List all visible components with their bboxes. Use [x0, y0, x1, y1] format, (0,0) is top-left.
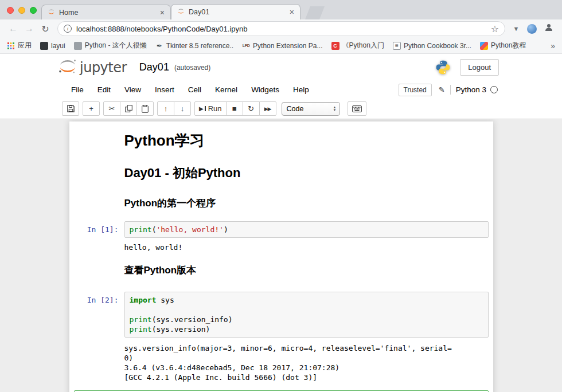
bookmark-item[interactable]: Python - 这个人很懒 — [74, 41, 147, 50]
interrupt-kernel-button[interactable]: ■ — [226, 101, 243, 116]
menubar-right: Trusted ✎ Python 3 — [399, 84, 498, 96]
output-area: sys.version_info(major=3, minor=6, micro… — [74, 338, 489, 385]
cut-cell-button[interactable]: ✂ — [103, 101, 120, 116]
c-red-icon: C — [331, 42, 339, 50]
jupyter-logo-icon — [57, 58, 78, 76]
profile-icon[interactable] — [541, 23, 556, 34]
edit-mode-pencil-icon: ✎ — [439, 85, 445, 94]
bookmark-label: Python Cookbook 3r... — [404, 42, 471, 50]
url-bar[interactable]: i localhost:8888/notebooks/PythonCode/Da… — [57, 21, 505, 36]
refresh-icon[interactable]: ↻ — [38, 23, 53, 34]
bookmark-item[interactable]: ✒Tkinter 8.5 reference.. — [155, 42, 233, 50]
bookmark-item[interactable]: Python教程 — [480, 41, 526, 50]
tab-home[interactable]: Home × — [41, 5, 171, 19]
jupyter-favicon-icon — [48, 8, 55, 17]
run-bar-icon — [205, 106, 206, 111]
blog-icon — [74, 42, 82, 50]
jupyter-favicon-icon — [177, 7, 185, 17]
jupyter-menubar: FileEditViewInsertCellKernelWidgetsHelp … — [0, 81, 562, 99]
code-cell-1[interactable]: In [1]: print('hello, world!') — [74, 221, 489, 238]
code-input[interactable]: print('hello, world!') — [124, 221, 489, 238]
restart-kernel-button[interactable]: ↻ — [243, 101, 260, 116]
markdown-cell[interactable]: 查看Python版本 — [74, 254, 489, 284]
cell-type-value: Code — [287, 105, 304, 113]
jupyter-logo-text: jupyter — [80, 60, 127, 76]
python-logo-icon — [435, 60, 451, 75]
tutorial-icon — [480, 42, 488, 50]
run-play-icon: ▶ — [199, 105, 204, 112]
notebook-container: Python学习 Day01 - 初始Python Python的第一个程序 I… — [69, 121, 493, 392]
tkinter-doc-icon: ✒ — [155, 42, 163, 50]
tab-title: Day01 — [189, 8, 286, 16]
bookmark-label: Tkinter 8.5 reference.. — [166, 42, 233, 50]
bookmark-label: Python - 这个人很懒 — [85, 41, 147, 50]
bookmarks-list: 应用layuiPython - 这个人很懒✒Tkinter 8.5 refere… — [7, 41, 526, 50]
copy-cell-button[interactable] — [120, 101, 137, 116]
bookmark-item[interactable]: 应用 — [7, 41, 32, 50]
move-cell-down-button[interactable]: ↓ — [174, 101, 191, 116]
add-cell-button[interactable]: + — [83, 101, 100, 116]
bookmarks-overflow-icon[interactable]: » — [551, 41, 555, 50]
new-tab-button[interactable] — [305, 6, 325, 19]
window-close-button[interactable] — [7, 7, 14, 14]
output-text: sys.version_info(major=3, minor=6, micro… — [124, 338, 489, 385]
trusted-button[interactable]: Trusted — [399, 84, 432, 96]
run-label: Run — [208, 104, 222, 113]
cell-type-select[interactable]: Code ▲▼ — [282, 102, 340, 116]
back-icon[interactable]: ← — [6, 23, 21, 34]
bookmark-item[interactable]: ≡Python Cookbook 3r... — [393, 42, 471, 50]
jupyter-logo[interactable]: jupyter — [57, 58, 127, 76]
bookmark-label: Python教程 — [491, 41, 526, 50]
url-text[interactable]: localhost:8888/notebooks/PythonCode/Day0… — [76, 25, 486, 33]
forward-icon[interactable]: → — [22, 23, 37, 34]
kernel-name[interactable]: Python 3 — [456, 85, 486, 94]
dropdown-triangle-icon[interactable]: ▼ — [510, 25, 522, 32]
layui-icon — [40, 42, 48, 50]
menu-list: FileEditViewInsertCellKernelWidgetsHelp — [64, 83, 316, 96]
bookmark-item[interactable]: C《Python入门 — [331, 41, 384, 50]
code-input[interactable]: import sys print(sys.version_info)print(… — [124, 292, 489, 338]
code-cell-2[interactable]: In [2]: import sys print(sys.version_inf… — [74, 292, 489, 338]
restart-run-all-button[interactable]: ▶▶ — [259, 101, 276, 116]
page-info-icon[interactable]: i — [64, 25, 72, 33]
md-heading-2: Day01 - 初始Python — [124, 164, 489, 182]
markdown-cell[interactable]: Day01 - 初始Python — [74, 159, 489, 187]
command-palette-button[interactable] — [348, 101, 366, 116]
run-button[interactable]: ▶ Run — [194, 101, 227, 116]
menu-help[interactable]: Help — [286, 83, 316, 96]
menu-edit[interactable]: Edit — [91, 83, 118, 96]
input-prompt: In [1]: — [74, 221, 124, 238]
bookmark-label: layui — [51, 42, 65, 50]
menu-kernel[interactable]: Kernel — [208, 83, 244, 96]
markdown-cell[interactable]: Python学习 — [74, 126, 489, 159]
bookmark-item[interactable]: LFDPython Extension Pa... — [242, 42, 322, 50]
tab-close-icon[interactable]: × — [160, 9, 165, 17]
browser-tab-strip: Home × Day01 × — [0, 0, 562, 19]
menu-file[interactable]: File — [64, 83, 91, 96]
md-heading-1: Python学习 — [124, 131, 489, 151]
menu-widgets[interactable]: Widgets — [244, 83, 286, 96]
jupyter-header: jupyter Day01 (autosaved) Logout — [0, 54, 562, 81]
logout-button[interactable]: Logout — [460, 59, 499, 76]
move-cell-up-button[interactable]: ↑ — [157, 101, 174, 116]
tab-close-icon[interactable]: × — [290, 8, 294, 16]
divider — [450, 85, 451, 95]
autosave-status: (autosaved) — [174, 64, 210, 72]
window-zoom-button[interactable] — [30, 7, 37, 14]
globe-extension-icon[interactable] — [527, 24, 537, 34]
bookmark-label: 应用 — [18, 41, 32, 50]
bookmark-star-icon[interactable]: ☆ — [491, 23, 499, 34]
save-button[interactable] — [62, 101, 79, 116]
menu-insert[interactable]: Insert — [148, 83, 181, 96]
markdown-cell[interactable]: Python的第一个程序 — [74, 187, 489, 217]
tab-day01[interactable]: Day01 × — [171, 4, 300, 19]
select-arrows-icon: ▲▼ — [333, 106, 337, 112]
menu-cell[interactable]: Cell — [181, 83, 208, 96]
menu-view[interactable]: View — [118, 83, 148, 96]
output-text: hello, world! — [124, 238, 489, 254]
notebook-title[interactable]: Day01 — [139, 61, 169, 73]
bookmark-item[interactable]: layui — [40, 42, 65, 50]
window-minimize-button[interactable] — [18, 7, 25, 14]
input-prompt: In [2]: — [74, 292, 124, 338]
paste-cell-button[interactable] — [136, 101, 154, 116]
